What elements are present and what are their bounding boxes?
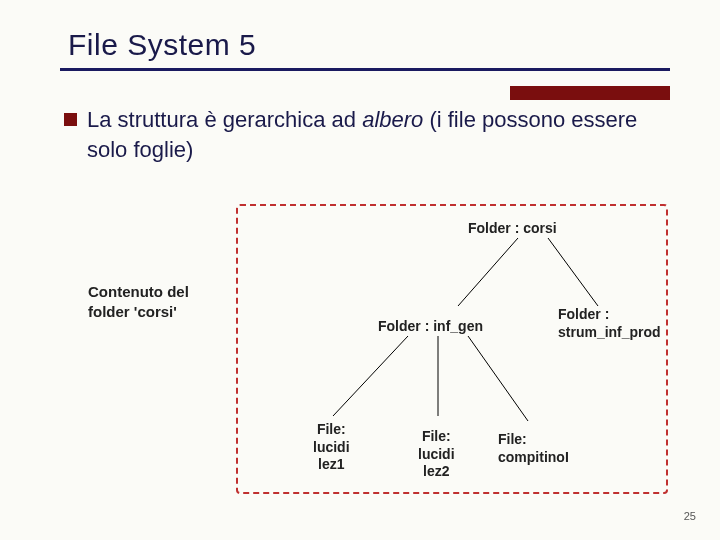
page-title: File System 5 xyxy=(0,28,720,62)
node-root: Folder : corsi xyxy=(468,220,557,238)
file2-l1: File: xyxy=(418,428,455,446)
file3-l1: File: xyxy=(498,431,569,449)
caption-line2: folder 'corsi' xyxy=(88,302,189,322)
accent-bar xyxy=(510,86,670,100)
node-inf-gen: Folder : inf_gen xyxy=(378,318,483,336)
svg-line-0 xyxy=(458,238,518,306)
caption-line1: Contenuto del xyxy=(88,282,189,302)
title-underline xyxy=(60,68,670,71)
node-file3: File: compitinoI xyxy=(498,431,569,466)
slide: File System 5 La struttura è gerarchica … xyxy=(0,0,720,540)
node-strum-l1: Folder : xyxy=(558,306,661,324)
node-strum-l2: strum_inf_prod xyxy=(558,324,661,342)
node-strum: Folder : strum_inf_prod xyxy=(558,306,661,341)
node-file2: File: lucidi lez2 xyxy=(418,428,455,481)
bullet-square-icon xyxy=(64,113,77,126)
tree-diagram: Folder : corsi Folder : inf_gen Folder :… xyxy=(236,204,668,494)
svg-line-2 xyxy=(333,336,408,416)
file2-l2: lucidi xyxy=(418,446,455,464)
svg-line-1 xyxy=(548,238,598,306)
bullet-text: La struttura è gerarchica ad albero (i f… xyxy=(87,105,670,164)
diagram-caption: Contenuto del folder 'corsi' xyxy=(88,282,189,321)
bullet-italic: albero xyxy=(362,107,423,132)
file3-l2: compitinoI xyxy=(498,449,569,467)
svg-line-4 xyxy=(468,336,528,421)
bullet-pre: La struttura è gerarchica ad xyxy=(87,107,362,132)
file1-l1: File: xyxy=(313,421,350,439)
node-file1: File: lucidi lez1 xyxy=(313,421,350,474)
file2-l3: lez2 xyxy=(418,463,455,481)
bullet-item: La struttura è gerarchica ad albero (i f… xyxy=(64,105,670,164)
file1-l2: lucidi xyxy=(313,439,350,457)
page-number: 25 xyxy=(684,510,696,522)
file1-l3: lez1 xyxy=(313,456,350,474)
